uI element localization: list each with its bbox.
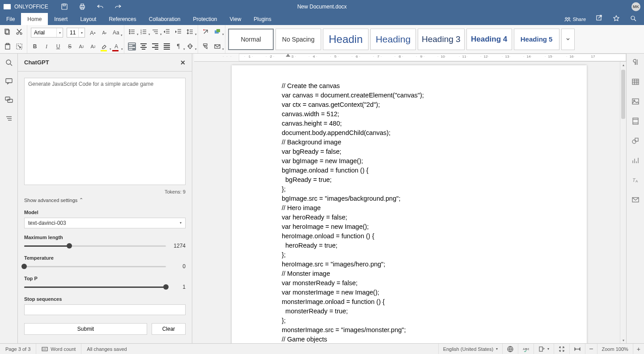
insert-shape-icon[interactable]: ▾	[213, 28, 221, 36]
align-right-icon[interactable]	[151, 42, 159, 51]
indent-marker[interactable]	[286, 54, 290, 58]
menu-plugins[interactable]: Plugins	[247, 13, 277, 25]
font-name-select[interactable]: Arial▾	[31, 28, 63, 38]
panel-close-icon[interactable]: ✕	[180, 59, 186, 66]
comments-icon[interactable]	[4, 77, 13, 86]
mailmerge-settings-icon[interactable]	[631, 196, 640, 206]
line-spacing-icon[interactable]: ▾	[186, 28, 194, 36]
font-size-select[interactable]: 11▾	[67, 28, 85, 38]
italic-icon[interactable]: I	[42, 42, 51, 51]
bullets-icon[interactable]: ▾	[128, 28, 136, 36]
temp-slider[interactable]	[24, 263, 166, 270]
save-icon[interactable]	[61, 3, 68, 10]
menu-insert[interactable]: Insert	[48, 13, 74, 25]
multilevel-icon[interactable]: ▾	[151, 28, 159, 36]
chat-icon[interactable]	[4, 96, 13, 105]
increase-font-icon[interactable]: A▴	[89, 29, 97, 37]
spellcheck-lang-icon[interactable]	[502, 344, 518, 354]
change-case-icon[interactable]: Aa▾	[112, 29, 120, 37]
document-content[interactable]: // Create the canvas var canvas = docume…	[282, 81, 587, 343]
favorite-icon[interactable]	[613, 15, 620, 23]
decrease-indent-icon[interactable]	[163, 28, 171, 36]
paragraph-settings-icon[interactable]	[631, 58, 640, 68]
style-heading3[interactable]: Heading 3	[418, 29, 465, 50]
cut-icon[interactable]	[15, 28, 23, 36]
decrease-font-icon[interactable]: A▾	[100, 29, 108, 37]
align-left-icon[interactable]	[128, 42, 136, 51]
image-settings-icon[interactable]	[631, 97, 640, 107]
copy-icon[interactable]	[4, 28, 12, 36]
bold-icon[interactable]: B	[31, 42, 39, 51]
style-more-button[interactable]	[561, 29, 575, 50]
maxlen-slider[interactable]	[24, 243, 166, 249]
advanced-settings-toggle[interactable]: Show advanced settings ⌃	[24, 197, 83, 203]
nonprinting-icon[interactable]: ¶▾	[174, 42, 182, 51]
style-heading1[interactable]: Headin	[323, 29, 369, 50]
fit-width-icon[interactable]	[569, 344, 585, 354]
horizontal-ruler[interactable]: 1234567891011121314151617	[194, 54, 626, 62]
header-footer-icon[interactable]	[631, 117, 640, 127]
style-heading5[interactable]: Heading 5	[514, 29, 559, 50]
highlight-color-icon[interactable]: ▾	[101, 42, 109, 51]
superscript-icon[interactable]: A2	[77, 42, 85, 51]
spellcheck-icon[interactable]: ᴀʙᴄ	[518, 344, 534, 354]
zoom-level[interactable]: Zoom 100%	[597, 344, 633, 354]
word-count[interactable]: 123Word count	[36, 344, 81, 354]
menu-references[interactable]: References	[102, 13, 142, 25]
navigation-icon[interactable]	[4, 114, 13, 123]
svg-point-20	[129, 33, 130, 34]
svg-text:123: 123	[42, 348, 47, 350]
increase-indent-icon[interactable]	[174, 28, 182, 36]
subscript-icon[interactable]: A2	[89, 42, 97, 51]
shading-icon[interactable]: ▾	[186, 42, 194, 51]
menu-collaboration[interactable]: Collaboration	[143, 13, 187, 25]
vertical-scrollbar[interactable]: ▴ ▾	[620, 62, 626, 343]
menu-layout[interactable]: Layout	[74, 13, 102, 25]
stop-input[interactable]	[24, 304, 186, 315]
underline-icon[interactable]: U	[54, 42, 62, 51]
user-avatar[interactable]: MK	[631, 2, 640, 11]
textart-settings-icon[interactable]: TA	[631, 176, 640, 186]
model-select[interactable]: text-davinci-003▾	[24, 218, 186, 228]
align-center-icon[interactable]	[140, 42, 148, 51]
zoom-in-icon[interactable]: +	[633, 344, 644, 354]
search-icon[interactable]	[630, 15, 637, 23]
style-no-spacing[interactable]: No Spacing	[275, 29, 321, 50]
style-heading2[interactable]: Heading	[370, 29, 416, 50]
language-select[interactable]: English (United States) ▾	[438, 344, 503, 354]
style-heading4[interactable]: Heading 4	[466, 29, 512, 50]
print-icon[interactable]	[79, 3, 86, 10]
menu-protection[interactable]: Protection	[187, 13, 224, 25]
share-button[interactable]: Share	[564, 16, 586, 23]
mailmerge-icon[interactable]: ▾	[213, 42, 221, 51]
document-page[interactable]: // Create the canvas var canvas = docume…	[232, 65, 587, 343]
numbering-icon[interactable]: 123▾	[140, 28, 148, 36]
menu-home[interactable]: Home	[21, 13, 48, 25]
svg-point-18	[129, 31, 130, 32]
open-location-icon[interactable]	[596, 15, 603, 23]
clear-button[interactable]: Clear	[152, 323, 186, 335]
zoom-out-icon[interactable]: −	[585, 344, 597, 354]
copy-style-icon[interactable]	[202, 42, 210, 51]
page-indicator[interactable]: Page 3 of 3	[0, 344, 36, 354]
clear-style-icon[interactable]	[202, 28, 210, 36]
strike-icon[interactable]: S	[66, 42, 74, 51]
menu-file[interactable]: File	[0, 13, 21, 25]
font-color-icon[interactable]: A▾	[112, 42, 120, 51]
shape-settings-icon[interactable]	[631, 137, 640, 147]
redo-icon[interactable]	[114, 3, 122, 10]
menu-view[interactable]: View	[224, 13, 248, 25]
topp-slider[interactable]	[24, 284, 166, 290]
paste-icon[interactable]	[4, 42, 12, 51]
track-changes-icon[interactable]: ▾	[534, 344, 554, 354]
prompt-input[interactable]	[24, 78, 186, 185]
chart-settings-icon[interactable]	[631, 156, 640, 166]
select-all-icon[interactable]	[15, 42, 23, 51]
find-icon[interactable]	[4, 58, 13, 67]
undo-icon[interactable]	[97, 3, 104, 10]
align-justify-icon[interactable]	[163, 42, 171, 51]
style-normal[interactable]: Normal	[228, 29, 274, 50]
fit-page-icon[interactable]	[554, 344, 569, 354]
submit-button[interactable]: Submit	[24, 323, 147, 335]
table-settings-icon[interactable]	[631, 78, 640, 88]
